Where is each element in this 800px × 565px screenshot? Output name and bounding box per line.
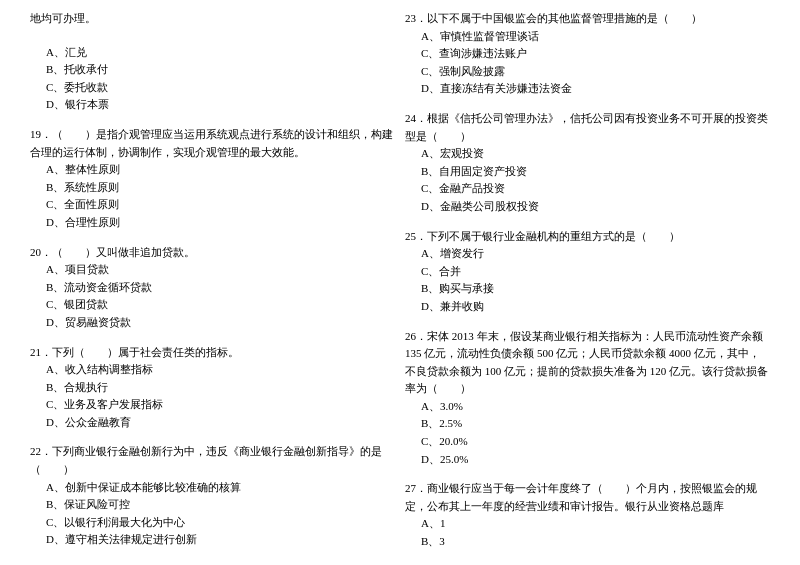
option-item: C、查询涉嫌违法账户	[405, 45, 770, 63]
option-item: C、业务及客户发展指标	[30, 396, 395, 414]
option-item: D、公众金融教育	[30, 414, 395, 432]
option-item: D、直接冻结有关涉嫌违法资金	[405, 80, 770, 98]
option-item: A、项目贷款	[30, 261, 395, 279]
q27-block: 27．商业银行应当于每一会计年度终了（ ）个月内，按照银监会的规定，公布其上一年…	[405, 480, 770, 550]
option-item: B、自用固定资产投资	[405, 163, 770, 181]
q27-text: 27．商业银行应当于每一会计年度终了（ ）个月内，按照银监会的规定，公布其上一年…	[405, 480, 770, 515]
q20-block: 20．（ ）又叫做非追加贷款。 A、项目贷款 B、流动资金循环贷款 C、银团贷款…	[30, 244, 395, 332]
q23-block: 23．以下不属于中国银监会的其他监督管理措施的是（ ） A、审慎性监督管理谈话 …	[405, 10, 770, 98]
option-item: A、汇兑	[30, 44, 395, 62]
option-item: A、宏观投资	[405, 145, 770, 163]
option-item: A、3.0%	[405, 398, 770, 416]
q26-text: 26．宋体 2013 年末，假设某商业银行相关指标为：人民币流动性资产余额 13…	[405, 328, 770, 398]
option-item: A、1	[405, 515, 770, 533]
option-item: D、银行本票	[30, 96, 395, 114]
intro-block: 地均可办理。	[30, 10, 395, 32]
option-item: A、审慎性监督管理谈话	[405, 28, 770, 46]
option-item: A、增资发行	[405, 245, 770, 263]
option-item: B、系统性原则	[30, 179, 395, 197]
option-item: A、整体性原则	[30, 161, 395, 179]
option-item: B、3	[405, 533, 770, 551]
q22-text: 22．下列商业银行金融创新行为中，违反《商业银行金融创新指导》的是（ ）	[30, 443, 395, 478]
q22-block: 22．下列商业银行金融创新行为中，违反《商业银行金融创新指导》的是（ ） A、创…	[30, 443, 395, 549]
right-column: 23．以下不属于中国银监会的其他监督管理措施的是（ ） A、审慎性监督管理谈话 …	[405, 10, 770, 557]
option-item: C、20.0%	[405, 433, 770, 451]
option-item: B、合规执行	[30, 379, 395, 397]
option-item: D、贸易融资贷款	[30, 314, 395, 332]
option-item: B、保证风险可控	[30, 496, 395, 514]
option-item: C、合并	[405, 263, 770, 281]
option-item: C、委托收款	[30, 79, 395, 97]
q24-text: 24．根据《信托公司管理办法》，信托公司因有投资业务不可开展的投资类型是（ ）	[405, 110, 770, 145]
option-item: D、遵守相关法律规定进行创新	[30, 531, 395, 549]
intro-text: 地均可办理。	[30, 10, 395, 28]
option-item: D、25.0%	[405, 451, 770, 469]
option-item: A、收入结构调整指标	[30, 361, 395, 379]
options-block: A、汇兑 B、托收承付 C、委托收款 D、银行本票	[30, 44, 395, 114]
option-item: B、购买与承接	[405, 280, 770, 298]
q21-block: 21．下列（ ）属于社会责任类的指标。 A、收入结构调整指标 B、合规执行 C、…	[30, 344, 395, 432]
page-content: 地均可办理。 A、汇兑 B、托收承付 C、委托收款 D、银行本票 19．（ ）是…	[30, 10, 770, 557]
option-item: A、创新中保证成本能够比较准确的核算	[30, 479, 395, 497]
option-item: C、强制风险披露	[405, 63, 770, 81]
q21-text: 21．下列（ ）属于社会责任类的指标。	[30, 344, 395, 362]
q23-text: 23．以下不属于中国银监会的其他监督管理措施的是（ ）	[405, 10, 770, 28]
q19-text: 19．（ ）是指介观管理应当运用系统观点进行系统的设计和组织，构建合理的运行体制…	[30, 126, 395, 161]
option-item: B、托收承付	[30, 61, 395, 79]
q25-text: 25．下列不属于银行业金融机构的重组方式的是（ ）	[405, 228, 770, 246]
q26-block: 26．宋体 2013 年末，假设某商业银行相关指标为：人民币流动性资产余额 13…	[405, 328, 770, 469]
q25-block: 25．下列不属于银行业金融机构的重组方式的是（ ） A、增资发行 C、合并 B、…	[405, 228, 770, 316]
option-item: C、以银行利润最大化为中心	[30, 514, 395, 532]
option-item: C、银团贷款	[30, 296, 395, 314]
q24-block: 24．根据《信托公司管理办法》，信托公司因有投资业务不可开展的投资类型是（ ） …	[405, 110, 770, 216]
option-item: B、流动资金循环贷款	[30, 279, 395, 297]
left-column: 地均可办理。 A、汇兑 B、托收承付 C、委托收款 D、银行本票 19．（ ）是…	[30, 10, 395, 557]
q19-block: 19．（ ）是指介观管理应当运用系统观点进行系统的设计和组织，构建合理的运行体制…	[30, 126, 395, 232]
option-item: D、合理性原则	[30, 214, 395, 232]
option-item: C、全面性原则	[30, 196, 395, 214]
option-item: D、兼并收购	[405, 298, 770, 316]
option-item: C、金融产品投资	[405, 180, 770, 198]
option-item: D、金融类公司股权投资	[405, 198, 770, 216]
option-item: B、2.5%	[405, 415, 770, 433]
q20-text: 20．（ ）又叫做非追加贷款。	[30, 244, 395, 262]
